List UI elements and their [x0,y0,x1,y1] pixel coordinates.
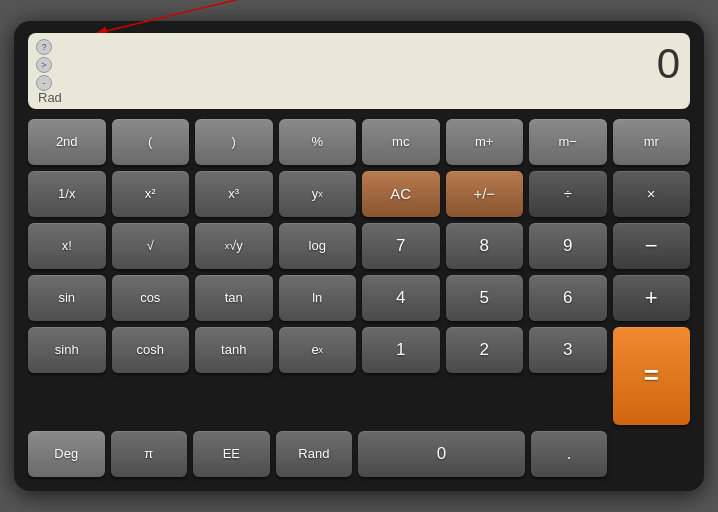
btn-2[interactable]: 2 [446,327,524,373]
btn-ee[interactable]: EE [193,431,270,477]
btn-equals[interactable]: = [613,327,691,425]
btn-deg[interactable]: Deg [28,431,105,477]
calculator: ? > - 0 Rad 2nd ( ) % mc m+ m− mr 1/x x²… [14,21,704,490]
btn-mc[interactable]: mc [362,119,440,165]
btn-open-paren[interactable]: ( [112,119,190,165]
display-mode: Rad [38,90,680,105]
btn-plus[interactable]: + [613,275,691,321]
btn-4[interactable]: 4 [362,275,440,321]
btn-7[interactable]: 7 [362,223,440,269]
display-dot-1[interactable]: ? [36,39,52,55]
btn-sq[interactable]: x² [112,171,190,217]
btn-1[interactable]: 1 [362,327,440,373]
btn-tanh[interactable]: tanh [195,327,273,373]
btn-6[interactable]: 6 [529,275,607,321]
btn-mr[interactable]: mr [613,119,691,165]
row-5: sinh cosh tanh ex 1 2 3 = [28,327,690,425]
button-grid: 2nd ( ) % mc m+ m− mr 1/x x² x³ yx AC +/… [28,119,690,477]
display-dot-2[interactable]: > [36,57,52,73]
svg-line-0 [98,0,248,33]
btn-8[interactable]: 8 [446,223,524,269]
btn-sinh[interactable]: sinh [28,327,106,373]
btn-percent[interactable]: % [279,119,357,165]
btn-mminus[interactable]: m− [529,119,607,165]
btn-cos[interactable]: cos [112,275,190,321]
btn-ln[interactable]: ln [279,275,357,321]
row-1: 2nd ( ) % mc m+ m− mr [28,119,690,165]
btn-rand[interactable]: Rand [276,431,353,477]
btn-pi[interactable]: π [111,431,188,477]
btn-ex[interactable]: ex [279,327,357,373]
btn-inv[interactable]: 1/x [28,171,106,217]
btn-nthroot[interactable]: x√y [195,223,273,269]
display-wrapper: ? > - 0 Rad [28,33,690,108]
row-2: 1/x x² x³ yx AC +/− ÷ × [28,171,690,217]
btn-mplus[interactable]: m+ [446,119,524,165]
btn-mul[interactable]: × [613,171,691,217]
btn-sqrt[interactable]: √ [112,223,190,269]
btn-9[interactable]: 9 [529,223,607,269]
btn-plusminus[interactable]: +/− [446,171,524,217]
btn-minus[interactable]: − [613,223,691,269]
btn-2nd[interactable]: 2nd [28,119,106,165]
btn-cube[interactable]: x³ [195,171,273,217]
row-6: Deg π EE Rand 0 . [28,431,690,477]
btn-tan[interactable]: tan [195,275,273,321]
display-area: ? > - 0 Rad [28,33,690,108]
btn-log[interactable]: log [279,223,357,269]
row-3: x! √ x√y log 7 8 9 − [28,223,690,269]
btn-5[interactable]: 5 [446,275,524,321]
display-value: 0 [38,39,680,87]
btn-3[interactable]: 3 [529,327,607,373]
btn-0[interactable]: 0 [358,431,525,477]
btn-sin[interactable]: sin [28,275,106,321]
btn-yx[interactable]: yx [279,171,357,217]
btn-ac[interactable]: AC [362,171,440,217]
btn-div[interactable]: ÷ [529,171,607,217]
display-dot-3[interactable]: - [36,75,52,91]
btn-fact[interactable]: x! [28,223,106,269]
row-4: sin cos tan ln 4 5 6 + [28,275,690,321]
btn-dot[interactable]: . [531,431,608,477]
btn-close-paren[interactable]: ) [195,119,273,165]
display-controls: ? > - [36,39,52,91]
btn-cosh[interactable]: cosh [112,327,190,373]
